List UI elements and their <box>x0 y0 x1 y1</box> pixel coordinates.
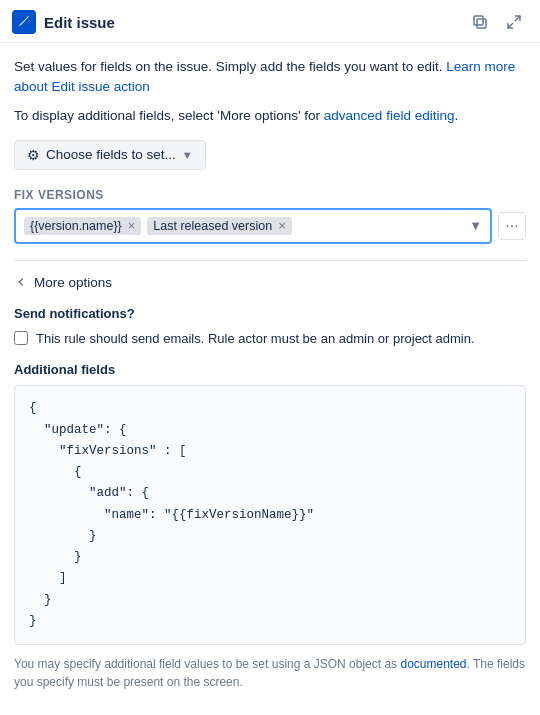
page-title: Edit issue <box>44 14 115 31</box>
edit-issue-icon <box>12 10 36 34</box>
svg-rect-0 <box>477 19 486 28</box>
fix-versions-input[interactable]: {{version.name}} × Last released version… <box>14 208 492 244</box>
tag-last-released-remove[interactable]: × <box>278 219 286 232</box>
send-notifications-checkbox[interactable] <box>14 331 28 345</box>
fix-versions-more-button[interactable]: ··· <box>498 212 526 240</box>
fix-versions-dropdown-arrow[interactable]: ▼ <box>469 218 482 233</box>
tag-last-released-value: Last released version <box>153 219 272 233</box>
send-notifications-label: This rule should send emails. Rule actor… <box>36 329 475 349</box>
more-options-section: More options Send notifications? This ru… <box>14 260 526 691</box>
footer-text: You may specify additional field values … <box>14 655 526 691</box>
tag-version-name-remove[interactable]: × <box>128 219 136 232</box>
content: Set values for fields on the issue. Simp… <box>0 43 540 705</box>
tag-version-name: {{version.name}} × <box>24 217 141 235</box>
header-left: Edit issue <box>12 10 115 34</box>
description-text: Set values for fields on the issue. Simp… <box>14 57 526 98</box>
chevron-down-icon: ▼ <box>182 149 193 161</box>
tag-version-name-value: {{version.name}} <box>30 219 122 233</box>
chevron-left-icon <box>14 275 28 289</box>
fix-versions-row: {{version.name}} × Last released version… <box>14 208 526 244</box>
header: Edit issue <box>0 0 540 43</box>
additional-fields-section: Additional fields { "update": { "fixVers… <box>14 362 526 691</box>
tag-last-released: Last released version × <box>147 217 291 235</box>
choose-fields-label: Choose fields to set... <box>46 147 176 162</box>
additional-fields-label: Additional fields <box>14 362 526 377</box>
more-options-label: More options <box>34 275 112 290</box>
expand-button[interactable] <box>500 8 528 36</box>
additional-fields-code[interactable]: { "update": { "fixVersions" : [ { "add":… <box>14 385 526 645</box>
svg-rect-1 <box>474 16 483 25</box>
send-notifications-title: Send notifications? <box>14 306 526 321</box>
fix-versions-label: Fix versions <box>14 188 526 202</box>
header-actions <box>466 8 528 36</box>
choose-fields-button[interactable]: ⚙ Choose fields to set... ▼ <box>14 140 206 170</box>
copy-button[interactable] <box>466 8 494 36</box>
additional-desc: To display additional fields, select 'Mo… <box>14 106 526 126</box>
gear-icon: ⚙ <box>27 147 40 163</box>
checkbox-row: This rule should send emails. Rule actor… <box>14 329 526 349</box>
advanced-field-link[interactable]: advanced field editing <box>324 108 455 123</box>
more-options-toggle[interactable]: More options <box>14 275 526 290</box>
documented-link[interactable]: documented <box>400 657 466 671</box>
send-notifications: Send notifications? This rule should sen… <box>14 306 526 349</box>
fix-versions-section: Fix versions {{version.name}} × Last rel… <box>14 188 526 244</box>
